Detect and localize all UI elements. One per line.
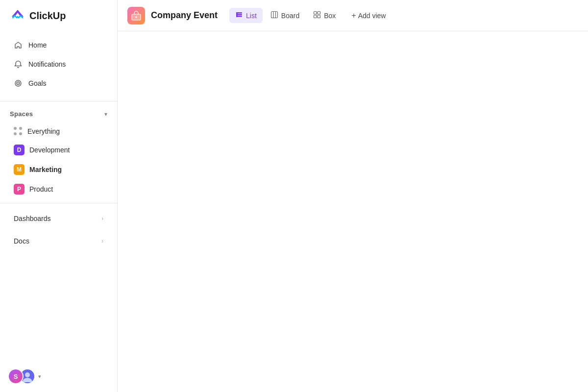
- spaces-label: Spaces: [10, 110, 33, 118]
- development-avatar: D: [14, 145, 24, 155]
- nav-home-label: Home: [28, 41, 47, 49]
- logo[interactable]: ClickUp: [0, 0, 117, 31]
- space-marketing-label: Marketing: [29, 166, 62, 173]
- user-avatars[interactable]: S: [8, 368, 35, 384]
- chevron-down-icon: ▾: [104, 111, 107, 118]
- nav-item-notifications[interactable]: Notifications: [4, 55, 113, 74]
- user-avatar-primary: S: [8, 368, 24, 384]
- bell-icon: [14, 60, 23, 69]
- board-icon: [270, 11, 278, 20]
- topbar: Company Event List: [118, 0, 588, 31]
- space-item-marketing[interactable]: M Marketing: [4, 160, 113, 179]
- project-icon: [127, 7, 145, 24]
- add-view-button[interactable]: + Add view: [345, 8, 392, 23]
- tab-board[interactable]: Board: [265, 8, 305, 23]
- space-item-product[interactable]: P Product: [4, 180, 113, 198]
- app-name: ClickUp: [29, 10, 66, 22]
- dashboards-item[interactable]: Dashboards ›: [4, 210, 113, 227]
- svg-rect-17: [314, 15, 317, 18]
- svg-rect-18: [318, 15, 320, 18]
- marketing-avatar: M: [14, 164, 24, 175]
- docs-item-left: Docs: [14, 237, 29, 245]
- tab-board-label: Board: [281, 12, 299, 20]
- target-icon: [14, 79, 23, 88]
- space-item-development[interactable]: D Development: [4, 141, 113, 159]
- nav-goals-label: Goals: [28, 79, 47, 87]
- tab-list[interactable]: List: [229, 8, 263, 23]
- dashboards-label: Dashboards: [14, 215, 51, 222]
- everything-dots-icon: [14, 127, 23, 136]
- dashboards-chevron-icon: ›: [101, 215, 103, 222]
- svg-point-4: [25, 372, 30, 377]
- tab-box-label: Box: [324, 12, 336, 20]
- sidebar: ClickUp Home Notifications: [0, 0, 118, 392]
- svg-rect-15: [314, 12, 317, 15]
- svg-rect-9: [236, 12, 242, 14]
- add-view-plus-icon: +: [351, 11, 356, 20]
- view-tabs: List Board: [229, 8, 392, 23]
- svg-rect-10: [236, 14, 242, 16]
- main-nav: Home Notifications Goals: [0, 31, 117, 97]
- nav-item-goals[interactable]: Goals: [4, 74, 113, 93]
- nav-notifications-label: Notifications: [28, 60, 66, 68]
- box-icon: [313, 11, 321, 20]
- docs-chevron-icon: ›: [101, 238, 103, 245]
- docs-section: Docs ›: [0, 232, 117, 250]
- add-view-label: Add view: [358, 12, 386, 20]
- project-title: Company Event: [151, 10, 218, 21]
- dashboards-section: Dashboards ›: [0, 209, 117, 228]
- user-caret-icon: ▾: [38, 373, 41, 380]
- clickup-logo-icon: [10, 8, 25, 24]
- tab-box[interactable]: Box: [307, 8, 342, 23]
- main-content: Company Event List: [118, 0, 588, 392]
- nav-item-home[interactable]: Home: [4, 36, 113, 54]
- docs-label: Docs: [14, 237, 29, 245]
- svg-rect-11: [236, 16, 242, 17]
- dashboards-item-left: Dashboards: [14, 215, 51, 222]
- svg-rect-16: [318, 12, 320, 15]
- home-icon: [14, 41, 23, 49]
- svg-rect-12: [271, 12, 277, 18]
- sidebar-bottom: S ▾: [0, 361, 117, 392]
- space-development-label: Development: [29, 146, 70, 154]
- svg-point-2: [18, 83, 19, 84]
- content-area: [118, 31, 588, 392]
- divider-1: [0, 101, 117, 101]
- docs-item[interactable]: Docs ›: [4, 232, 113, 250]
- space-product-label: Product: [29, 185, 53, 193]
- tab-list-label: List: [246, 12, 257, 20]
- list-icon: [235, 11, 243, 20]
- space-item-everything[interactable]: Everything: [4, 123, 113, 140]
- divider-2: [0, 203, 117, 203]
- product-avatar: P: [14, 184, 24, 195]
- spaces-header[interactable]: Spaces ▾: [0, 105, 117, 122]
- space-everything-label: Everything: [27, 127, 60, 135]
- project-box-icon: [131, 10, 142, 21]
